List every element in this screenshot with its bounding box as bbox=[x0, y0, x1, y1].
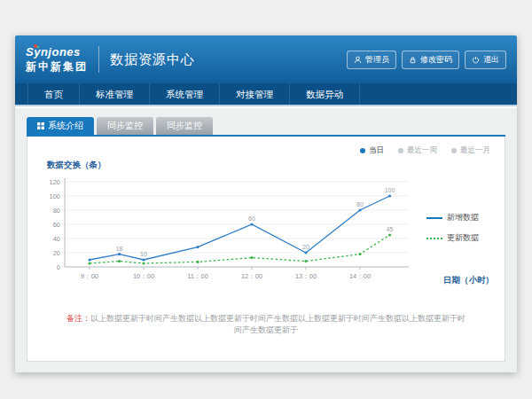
svg-text:100: 100 bbox=[49, 192, 60, 200]
user-icon bbox=[354, 56, 362, 64]
logo-subtext: 新中新集团 bbox=[26, 61, 88, 73]
period-filter-legend: 当日 最近一周 最近一月 bbox=[36, 145, 490, 156]
legend-label: 新增数据 bbox=[447, 212, 479, 223]
svg-text:10：00: 10：00 bbox=[133, 272, 154, 280]
svg-text:45: 45 bbox=[387, 226, 394, 232]
legend-dot-icon bbox=[360, 148, 365, 153]
legend-new-data[interactable]: 新增数据 bbox=[426, 212, 494, 223]
legend-dot-icon bbox=[398, 148, 403, 153]
y-axis-title: 数据交换（条） bbox=[47, 160, 496, 171]
svg-text:13：00: 13：00 bbox=[295, 272, 317, 280]
line-chart: 0204060801001209：0010：0011：0012：0013：001… bbox=[40, 175, 430, 292]
chart-container: 0204060801001209：0010：0011：0012：0013：001… bbox=[40, 175, 496, 295]
svg-text:80: 80 bbox=[356, 201, 364, 207]
logout-button[interactable]: 退出 bbox=[465, 51, 506, 69]
svg-text:10: 10 bbox=[140, 251, 147, 257]
admin-user-label: 管理员 bbox=[365, 54, 389, 66]
footnote-text: 以上数据更新于时间产生数据以上数据更新于时间产生数据以上数据更新于时间产生数据以… bbox=[90, 314, 466, 334]
filter-last-week[interactable]: 最近一周 bbox=[398, 145, 437, 156]
svg-text:80: 80 bbox=[53, 207, 60, 215]
nav-item-standard-mgmt[interactable]: 标准管理 bbox=[80, 83, 150, 105]
logo: Synjones 新中新集团 bbox=[26, 46, 88, 72]
change-password-button[interactable]: 修改密码 bbox=[402, 51, 459, 69]
filter-last-month[interactable]: 最近一月 bbox=[451, 145, 490, 156]
svg-text:18: 18 bbox=[116, 246, 123, 252]
logout-label: 退出 bbox=[483, 54, 499, 66]
footnote-label: 备注： bbox=[66, 314, 90, 323]
tab-label: 同步监控 bbox=[167, 120, 202, 132]
svg-text:20: 20 bbox=[53, 249, 60, 257]
logo-text: Synjones bbox=[26, 46, 88, 59]
svg-text:120: 120 bbox=[49, 178, 60, 186]
nav-item-home[interactable]: 首页 bbox=[27, 83, 80, 105]
change-password-label: 修改密码 bbox=[420, 54, 452, 66]
svg-text:60: 60 bbox=[248, 215, 255, 222]
nav-item-system-mgmt[interactable]: 系统管理 bbox=[150, 83, 220, 105]
app-window: Synjones 新中新集团 数据资源中心 管理员 修改密码 bbox=[15, 35, 517, 372]
page-background: Synjones 新中新集团 数据资源中心 管理员 修改密码 bbox=[0, 0, 532, 399]
tab-label: 系统介绍 bbox=[48, 120, 83, 132]
admin-user-button[interactable]: 管理员 bbox=[347, 51, 396, 69]
svg-text:14：00: 14：00 bbox=[349, 272, 371, 280]
x-axis-title: 日期（小时） bbox=[443, 275, 494, 286]
svg-text:0: 0 bbox=[57, 263, 60, 271]
svg-text:100: 100 bbox=[385, 187, 395, 193]
filter-label: 最近一月 bbox=[460, 145, 490, 156]
svg-text:12：00: 12：00 bbox=[241, 272, 262, 280]
solid-line-icon bbox=[426, 217, 442, 219]
chart-panel: 当日 最近一周 最近一月 数据交换（条） 0204060801001209：00… bbox=[27, 137, 505, 362]
tab-sync-monitor-2[interactable]: 同步监控 bbox=[156, 117, 213, 135]
power-icon bbox=[472, 56, 480, 64]
tab-bar: 系统介绍 同步监控 同步监控 bbox=[27, 117, 505, 137]
dotted-line-icon bbox=[426, 238, 442, 239]
grid-icon bbox=[37, 121, 44, 131]
tab-system-intro[interactable]: 系统介绍 bbox=[27, 117, 94, 135]
lock-icon bbox=[409, 56, 417, 64]
app-title: 数据资源中心 bbox=[110, 51, 195, 68]
svg-text:9：00: 9：00 bbox=[81, 272, 98, 280]
svg-text:40: 40 bbox=[53, 235, 60, 243]
svg-text:20: 20 bbox=[302, 244, 309, 250]
tab-sync-monitor-1[interactable]: 同步监控 bbox=[97, 117, 153, 135]
nav-item-integration-mgmt[interactable]: 对接管理 bbox=[220, 83, 290, 105]
svg-text:60: 60 bbox=[53, 221, 60, 229]
content-area: 系统介绍 同步监控 同步监控 当日 最近一周 bbox=[15, 108, 517, 372]
filter-label: 当日 bbox=[369, 145, 384, 156]
legend-label: 更新数据 bbox=[447, 232, 479, 244]
main-nav: 首页 标准管理 系统管理 对接管理 数据异动 bbox=[15, 83, 517, 106]
header-divider bbox=[98, 46, 99, 73]
tab-label: 同步监控 bbox=[107, 120, 143, 132]
legend-updated-data[interactable]: 更新数据 bbox=[426, 232, 494, 244]
series-legend: 新增数据 更新数据 bbox=[426, 212, 494, 253]
filter-today[interactable]: 当日 bbox=[360, 145, 384, 156]
svg-text:11：00: 11：00 bbox=[187, 272, 208, 280]
filter-label: 最近一周 bbox=[407, 145, 437, 156]
app-header: Synjones 新中新集团 数据资源中心 管理员 修改密码 bbox=[15, 35, 517, 83]
nav-item-data-change[interactable]: 数据异动 bbox=[290, 83, 360, 105]
legend-dot-icon bbox=[451, 148, 457, 153]
footnote: 备注：以上数据更新于时间产生数据以上数据更新于时间产生数据以上数据更新于时间产生… bbox=[36, 313, 496, 335]
